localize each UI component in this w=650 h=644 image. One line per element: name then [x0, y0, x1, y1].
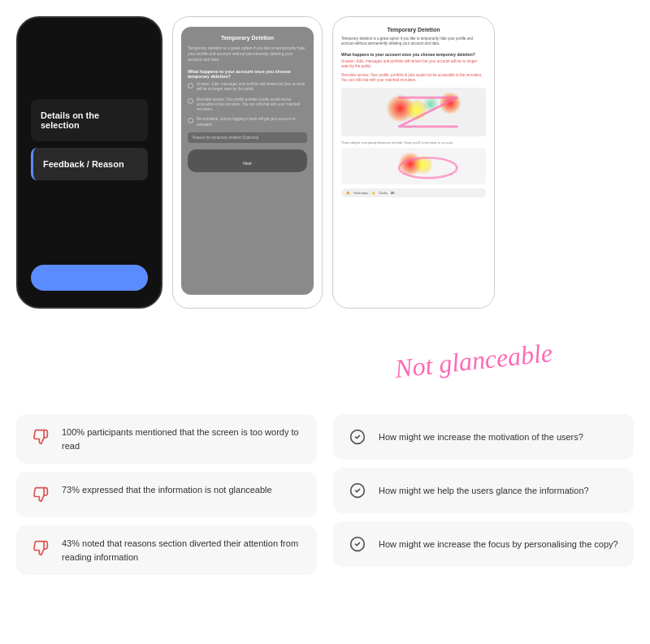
white-text-red-2: Recruiter access: Your profile, portfoli… — [341, 73, 486, 84]
gray-radio-text-2: Recruiter access: Your profile portfolio… — [197, 97, 307, 113]
phone-gray-mockup: Temporary Deletion Temporary deletion is… — [172, 16, 323, 309]
hmw-card-1: How might we increase the motivation of … — [333, 414, 634, 460]
radio-dot-1 — [188, 83, 193, 89]
hmw-card-2: How might we help the users glance the i… — [333, 468, 634, 513]
insight-card-2: 73% expressed that the information is no… — [16, 472, 317, 517]
radio-dot-3 — [188, 118, 193, 123]
not-glanceable-annotation: Not glanceable — [390, 330, 618, 382]
dark-next-button — [31, 265, 148, 291]
thumbs-down-icon-1 — [29, 426, 52, 448]
gray-input-area: Reason for temporary deletion [Optional] — [188, 132, 307, 143]
white-small-text: That's alright, everybody deserves a bre… — [341, 140, 486, 145]
bottom-section: 100% participants mentioned that the scr… — [0, 398, 650, 583]
hmw-text-2: How might we help the users glance the i… — [379, 484, 589, 498]
gray-input-label: Reason for temporary deletion [Optional] — [193, 136, 302, 140]
dark-menu-item-2: Feedback / Reason — [31, 148, 148, 180]
insight-text-2: 73% expressed that the information is no… — [62, 483, 272, 497]
clicks-icon: 👆 — [371, 191, 375, 195]
heat-blob-3 — [422, 96, 439, 112]
heat-blob-bottom-2 — [414, 156, 432, 174]
gray-radio-text-1: Unseen: Jobs, messages and portfolio wil… — [197, 82, 307, 93]
clicks-count: 25 — [391, 191, 394, 195]
white-text-red-1: Unseen: Jobs, messages and portfolio wil… — [341, 59, 486, 70]
white-intro: Temporary deletion is a great option if … — [341, 37, 486, 47]
clicks-label: Clicks — [379, 191, 388, 195]
checkmark-icon-1 — [346, 426, 369, 448]
insights-column: 100% participants mentioned that the scr… — [16, 414, 317, 575]
insight-card-3: 43% noted that reasons section diverted … — [16, 525, 317, 575]
insight-text-3: 43% noted that reasons section diverted … — [62, 537, 304, 564]
gray-next-btn: Next — [188, 149, 307, 172]
checkmark-icon-2 — [346, 479, 369, 502]
heatmap-label: Heatmaps — [353, 191, 368, 195]
phone-bottom-bar: 🔥 Heatmaps 👆 Clicks 25 — [341, 188, 486, 197]
gray-radio-2: Recruiter access: Your profile portfolio… — [188, 97, 307, 113]
dark-menu-item-1: Details on the selection — [31, 99, 148, 141]
phone-white-mockup: Temporary Deletion Temporary deletion is… — [332, 16, 495, 309]
gray-section: What happens to your account once you ch… — [188, 69, 307, 79]
thumbs-down-icon-3 — [29, 537, 52, 560]
white-title: Temporary Deletion — [341, 27, 486, 32]
not-glanceable-svg: Not glanceable — [390, 330, 618, 378]
checkmark-icon-3 — [346, 533, 369, 555]
insight-text-1: 100% participants mentioned that the scr… — [62, 426, 304, 452]
hmw-text-1: How might we increase the motivation of … — [379, 430, 583, 444]
heatmap-top — [341, 88, 486, 136]
radio-dot-2 — [188, 98, 193, 104]
phone-dark-mockup: Details on the selection Feedback / Reas… — [16, 16, 162, 309]
white-section: What happens to your account once you ch… — [341, 52, 486, 57]
gray-radio-text-3: Re-activation: Just by logging in back w… — [197, 117, 307, 128]
gray-radio-3: Re-activation: Just by logging in back w… — [188, 117, 307, 128]
hmw-card-3: How might we increase the focus by perso… — [333, 521, 634, 567]
gray-intro: Temporary deletion is a great option if … — [188, 45, 307, 63]
not-glanceable-text: Not glanceable — [392, 338, 553, 378]
hmw-text-3: How might we increase the focus by perso… — [379, 538, 618, 551]
heat-blob-4 — [439, 92, 462, 115]
gray-radio-1: Unseen: Jobs, messages and portfolio wil… — [188, 82, 307, 93]
thumbs-down-icon-2 — [29, 483, 52, 506]
heatmap-icon: 🔥 — [346, 191, 350, 195]
heatmap-bottom — [341, 148, 486, 184]
hmw-column: How might we increase the motivation of … — [333, 414, 634, 575]
insight-card-1: 100% participants mentioned that the scr… — [16, 414, 317, 464]
gray-title: Temporary Deletion — [188, 35, 307, 41]
